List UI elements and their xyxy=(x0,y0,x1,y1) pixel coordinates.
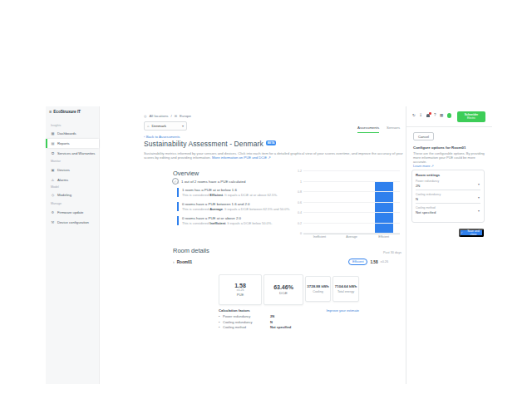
card-value: 63.46% xyxy=(273,284,293,290)
chevron-down-icon: ▾ xyxy=(478,209,480,213)
chart-gridline xyxy=(303,223,400,224)
services-icon: ✪ xyxy=(51,151,55,155)
calculation-factors: Calculation factors Improve your estimat… xyxy=(219,308,359,329)
chevron-down-icon: ▾ xyxy=(478,195,480,200)
sidebar-item-label: Device configuration xyxy=(57,220,89,224)
card-label: Total energy xyxy=(337,290,354,293)
sidebar-item-label: Services and Warranties xyxy=(57,151,95,155)
notifications-bell-icon[interactable] xyxy=(426,113,431,117)
sidebar-item-firmware-update[interactable]: ⚙ Firmware update xyxy=(46,208,99,217)
firmware-update-icon: ⚙ xyxy=(51,210,55,214)
calc-value: 2N xyxy=(270,314,274,318)
card-cooling[interactable]: 3728.88 kWh Cooling xyxy=(305,276,331,302)
overview-item-line1: 0 rooms have a PUE between 1.6 and 2.0 xyxy=(182,202,293,206)
sidebar-item-alarms[interactable]: ⚠ Alarms xyxy=(46,175,99,185)
overview-item-average[interactable]: 0 rooms have a PUE between 1.6 and 2.0 T… xyxy=(177,202,293,211)
power-redundancy-select[interactable]: Power redundancy 2N ▾ xyxy=(416,180,480,190)
card-value: 7104.64 kWh xyxy=(335,284,357,288)
overview-item-efficient[interactable]: 1 room has a PUE at or below 1.6 This is… xyxy=(177,188,293,197)
chart-xtick-label: Inefficient xyxy=(303,235,336,239)
reports-icon: ▤ xyxy=(51,141,55,145)
sidebar-item-dashboards[interactable]: ▦ Dashboards xyxy=(46,129,99,138)
improve-estimate-link[interactable]: Improve your estimate xyxy=(326,308,359,313)
apps-grid-icon[interactable]: ▦ xyxy=(440,113,443,117)
sidebar-item-label: Dashboards xyxy=(57,131,76,135)
cooling-redundancy-select[interactable]: Cooling redundancy N ▾ xyxy=(416,193,480,204)
room-status-cluster: Efficient 1.58 ±0.26 xyxy=(348,259,388,265)
overview-item-prefix: This is considered xyxy=(182,221,209,225)
back-to-assessments-link[interactable]: ‹ Back to Assessments xyxy=(144,135,180,139)
chart-gridline xyxy=(303,233,400,234)
user-avatar[interactable] xyxy=(447,113,452,118)
expand-room-icon[interactable]: › xyxy=(173,259,175,264)
sidebar-item-label: Alarms xyxy=(57,178,68,182)
save-button-label: Save and close xyxy=(465,229,482,236)
sidebar-item-device-configuration[interactable]: ⚒ Device configuration xyxy=(46,218,99,227)
card-pue[interactable]: 1.58 ±0.26 PUE xyxy=(219,274,262,305)
refresh-icon[interactable]: ↻ xyxy=(412,113,416,117)
chart-gridline xyxy=(303,181,400,182)
calc-value: Not specified xyxy=(270,325,291,329)
schneider-electric-logo[interactable]: Schneider Electric xyxy=(457,111,485,122)
overview-heading: Overview xyxy=(173,170,199,177)
calc-row-cooling-redundancy: • Cooling redundancy N xyxy=(219,320,359,324)
card-dcie[interactable]: 63.46% DCiE xyxy=(264,274,303,305)
back-link-label: Back to Assessments xyxy=(146,135,180,139)
calculation-factors-heading: Calculation factors xyxy=(219,308,250,313)
overview-item-prefix: This is considered xyxy=(182,193,209,197)
field-value: Not specified xyxy=(416,210,480,214)
pencil-icon: ✎ xyxy=(177,181,180,185)
card-value: 1.58 xyxy=(234,283,246,288)
external-link-icon: ↗ xyxy=(268,155,271,160)
sidebar-item-services-and-warranties[interactable]: ✪ Services and Warranties xyxy=(46,149,99,158)
cooling-method-select[interactable]: Cooling method Not specified ▾ xyxy=(416,206,480,216)
calc-row-power-redundancy: • Power redundancy 2N xyxy=(219,314,359,318)
tab-bar: Assessments Sensors xyxy=(357,126,400,133)
help-icon[interactable]: ? xyxy=(434,113,436,117)
sidebar-item-devices[interactable]: ▣ Devices xyxy=(46,165,99,175)
app-screen: ≡ EcoStruxure IT Insights ▦ Dashboards ▤… xyxy=(0,0,532,399)
overview-item-line2: This is considered Efficient. It equals … xyxy=(182,194,293,198)
chart-plot: InefficientAverageEfficient 00.20.40.60.… xyxy=(303,171,400,234)
overview-item-rest: . It equals a DCiE below 50.0%. xyxy=(225,221,272,225)
overview-item-line2: This is considered Inefficient. It equal… xyxy=(182,222,293,226)
breadcrumb: ◎ All locations / ⊞ Europe xyxy=(144,114,191,118)
cancel-button[interactable]: Cancel xyxy=(413,132,434,140)
sidebar-item-label: Firmware update xyxy=(57,210,83,214)
logo-line2: Electric xyxy=(467,117,475,121)
chart-gridline xyxy=(303,202,400,203)
breadcrumb-all-locations[interactable]: All locations xyxy=(150,114,169,118)
download-icon[interactable]: ↧ xyxy=(419,113,422,117)
device-configuration-icon: ⚒ xyxy=(51,220,55,224)
save-and-close-button[interactable]: ✓ Save and close xyxy=(459,229,484,237)
field-label: Power redundancy xyxy=(416,180,480,183)
calc-label: Cooling method xyxy=(223,325,270,329)
overview-item-inefficient[interactable]: 0 rooms have a PUE at or above 2.0 This … xyxy=(177,216,293,225)
card-total-energy[interactable]: 7104.64 kWh Total energy xyxy=(332,276,359,302)
room-row[interactable]: › Room01 xyxy=(173,259,192,264)
hamburger-menu-icon[interactable]: ≡ xyxy=(49,109,52,114)
description-text: Sustainability metrics informed by your … xyxy=(144,151,403,160)
status-badge: Efficient xyxy=(348,259,367,265)
learn-more-label: Learn more xyxy=(413,164,430,168)
sidebar-item-label: Devices xyxy=(57,168,70,172)
app-logo[interactable]: ≡ EcoStruxure IT xyxy=(49,109,81,114)
overview-item-rest: . It equals a DCiE at or above 62.5%. xyxy=(223,193,278,197)
more-info-link[interactable]: More information on PUE and DCiE ↗ xyxy=(212,155,271,160)
sidebar-item-reports[interactable]: ▤ Reports xyxy=(46,139,99,148)
chart-gridline xyxy=(303,170,400,171)
calc-value: N xyxy=(270,320,273,324)
learn-more-link[interactable]: Learn more ↗ xyxy=(413,164,434,168)
chart-ytick-label: 0.8 xyxy=(292,190,302,194)
chart-xtick-label: Efficient xyxy=(367,235,400,239)
configure-options-drawer: ↻ ↧ ? ▦ Schneider Electric Cancel Config… xyxy=(406,106,492,384)
location-selector[interactable]: ⌂ Denmark ▾ xyxy=(144,121,187,131)
chart-bar-efficient[interactable] xyxy=(375,182,393,234)
sidebar-item-modeling[interactable]: ◇ Modeling xyxy=(46,190,99,200)
breadcrumb-region[interactable]: Europe xyxy=(180,114,191,118)
tab-sensors[interactable]: Sensors xyxy=(387,126,400,133)
card-label: Cooling xyxy=(313,290,323,293)
tab-assessments[interactable]: Assessments xyxy=(357,126,379,133)
overview-summary-row: ✓ ✎ 1 out of 2 rooms have a PUE calculat… xyxy=(172,178,245,185)
room-pue-delta: ±0.26 xyxy=(381,260,388,264)
